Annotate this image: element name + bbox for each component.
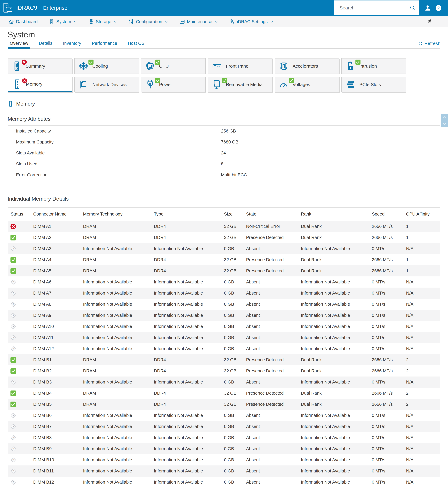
cell-state: Absent xyxy=(246,276,301,288)
tile-pcie-slots[interactable]: PCIe Slots xyxy=(341,77,406,92)
svg-text:?: ? xyxy=(13,248,14,250)
tile-removable-media[interactable]: Removable Media xyxy=(208,77,272,92)
cell-type: Information Not Available xyxy=(154,477,224,488)
memory-details-table: StatusConnector NameMemory TechnologyTyp… xyxy=(8,207,440,488)
cell-speed: 0 MT/s xyxy=(372,299,406,310)
tab-inventory[interactable]: Inventory xyxy=(61,41,83,48)
cell-type: Information Not Available xyxy=(154,410,224,421)
memory-icon xyxy=(12,79,22,89)
cell-size: 0 GB xyxy=(224,376,246,388)
search-input[interactable] xyxy=(334,5,409,11)
cell-speed: 0 MT/s xyxy=(372,288,406,299)
cell-connector: DIMM A7 xyxy=(33,288,83,299)
status-unknown-icon: ? xyxy=(10,468,16,474)
cpu-icon xyxy=(145,61,155,71)
cell-type: Information Not Available xyxy=(154,432,224,443)
table-row: DIMM A1DRAMDDR432 GBNon-Critical ErrorDu… xyxy=(8,221,440,232)
tile-cooling[interactable]: Cooling xyxy=(74,58,139,74)
status-tiles: SummaryCoolingCPUFront PanelAccelerators… xyxy=(8,58,410,92)
cell-type: Information Not Available xyxy=(154,243,224,254)
tile-memory[interactable]: Memory xyxy=(8,77,72,92)
cell-technology: Information Not Available xyxy=(83,243,154,254)
tab-overview[interactable]: Overview xyxy=(8,41,30,48)
nav-item-dashboard[interactable]: Dashboard xyxy=(9,19,38,24)
status-unknown-icon: ? xyxy=(10,246,16,252)
tab-performance[interactable]: Performance xyxy=(90,41,119,48)
cell-technology: Information Not Available xyxy=(83,376,154,388)
cell-rank: Information Not Available xyxy=(301,243,372,254)
column-header-size: Size xyxy=(224,207,246,221)
status-ok-icon xyxy=(10,390,16,397)
cell-size: 0 GB xyxy=(224,310,246,321)
tab-host-os[interactable]: Host OS xyxy=(126,41,147,48)
cell-cpu_affinity: 2 xyxy=(406,354,440,365)
nav-item-maintenance[interactable]: Maintenance xyxy=(180,19,218,24)
status-unknown-icon: ? xyxy=(10,379,16,385)
status-ok-icon xyxy=(10,268,16,274)
table-row: ?DIMM B9Information Not AvailableInforma… xyxy=(8,443,440,454)
status-unknown-icon: ? xyxy=(10,290,16,296)
nav-item-system[interactable]: System xyxy=(49,19,77,24)
tile-accelerators[interactable]: Accelerators xyxy=(275,58,339,74)
table-row: ?DIMM B10Information Not AvailableInform… xyxy=(8,454,440,466)
intrusion-icon xyxy=(346,61,355,71)
cell-size: 0 GB xyxy=(224,477,246,488)
svg-text:?: ? xyxy=(13,470,14,472)
table-row: DIMM A2DRAMDDR432 GBPresence DetectedDua… xyxy=(8,232,440,243)
tile-summary[interactable]: Summary xyxy=(8,58,72,74)
nav-item-configuration[interactable]: Configuration xyxy=(128,19,168,24)
pin-icon[interactable] xyxy=(426,19,432,25)
summary-icon xyxy=(12,61,22,71)
tile-cpu[interactable]: CPU xyxy=(141,58,206,74)
cell-speed: 2666 MT/s xyxy=(372,265,406,276)
tile-front-panel[interactable]: Front Panel xyxy=(208,58,272,74)
cell-technology: Information Not Available xyxy=(83,432,154,443)
cell-state: Non-Critical Error xyxy=(246,221,301,232)
status-unknown-icon: ? xyxy=(10,457,16,463)
refresh-button[interactable]: Refresh xyxy=(418,41,440,46)
search-box xyxy=(334,0,419,15)
tile-intrusion[interactable]: Intrusion xyxy=(341,58,406,74)
table-row: DIMM B4DRAMDDR432 GBPresence DetectedDua… xyxy=(8,388,440,399)
cell-connector: DIMM A10 xyxy=(33,321,83,332)
cell-technology: Information Not Available xyxy=(83,410,154,421)
scroll-down-button[interactable] xyxy=(442,122,447,126)
main-nav: DashboardSystemStorageConfigurationMaint… xyxy=(0,16,448,28)
table-row: ?DIMM A10Information Not AvailableInform… xyxy=(8,321,440,332)
cell-cpu_affinity: N/A xyxy=(406,299,440,310)
cell-size: 0 GB xyxy=(224,243,246,254)
cell-cpu_affinity: 2 xyxy=(406,399,440,410)
cell-cpu_affinity: N/A xyxy=(406,432,440,443)
cell-type: Information Not Available xyxy=(154,343,224,354)
cell-connector: DIMM A5 xyxy=(33,265,83,276)
nav-item-idrac-settings[interactable]: iDRAC Settings xyxy=(229,19,274,24)
tile-network-devices[interactable]: Network Devices xyxy=(74,77,139,92)
cell-type: Information Not Available xyxy=(154,288,224,299)
search-icon[interactable] xyxy=(409,5,416,11)
cell-rank: Dual Rank xyxy=(301,388,372,399)
cell-technology: Information Not Available xyxy=(83,276,154,288)
cell-technology: DRAM xyxy=(83,354,154,365)
svg-text:?: ? xyxy=(13,437,14,439)
table-row: ?DIMM A9Information Not AvailableInforma… xyxy=(8,310,440,321)
help-icon[interactable]: ? xyxy=(435,5,442,12)
cell-rank: Information Not Available xyxy=(301,466,372,477)
tile-power[interactable]: Power xyxy=(141,77,206,92)
cell-type: Information Not Available xyxy=(154,276,224,288)
cell-speed: 0 MT/s xyxy=(372,443,406,454)
scroll-up-button[interactable] xyxy=(442,115,447,119)
storage-menu-icon xyxy=(88,19,94,24)
nav-item-storage[interactable]: Storage xyxy=(88,19,117,24)
user-icon[interactable] xyxy=(424,5,431,12)
cell-type: Information Not Available xyxy=(154,376,224,388)
cell-speed: 0 MT/s xyxy=(372,321,406,332)
brand-name: iDRAC9 xyxy=(16,5,37,11)
refresh-icon xyxy=(418,41,422,46)
tab-details[interactable]: Details xyxy=(37,41,55,48)
cell-state: Absent xyxy=(246,376,301,388)
cell-state: Absent xyxy=(246,443,301,454)
cell-state: Absent xyxy=(246,421,301,432)
tile-voltages[interactable]: Voltages xyxy=(275,77,339,92)
pcie-slots-icon xyxy=(346,80,355,89)
svg-text:?: ? xyxy=(13,414,14,417)
